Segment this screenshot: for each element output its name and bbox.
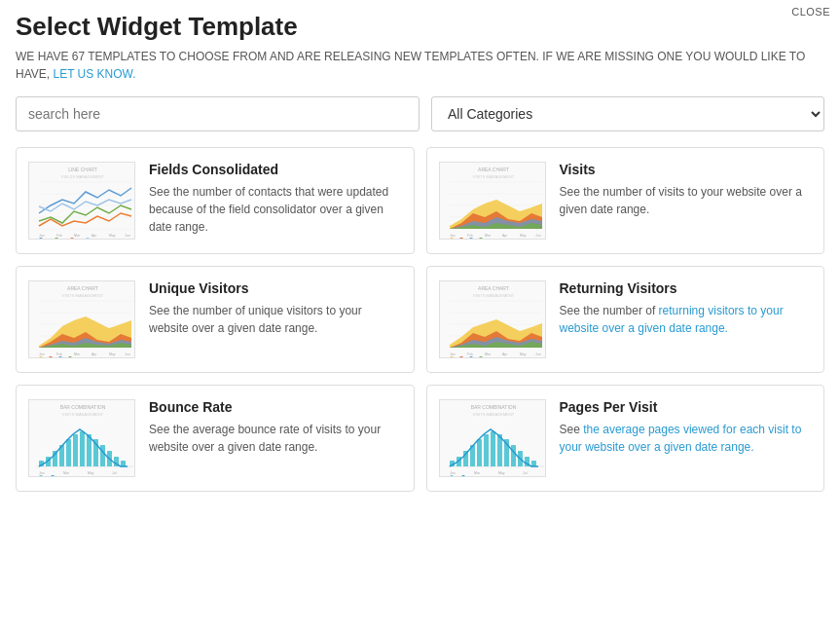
- widget-info-pages-per-visit: Pages Per VisitSee the average pages vie…: [560, 399, 813, 456]
- widget-card-pages-per-visit[interactable]: BAR COMBINATION VISITS MANAGEMENT Jan Ma…: [426, 385, 825, 492]
- svg-text:VISITS MANAGEMENT: VISITS MANAGEMENT: [62, 412, 104, 417]
- widget-info-fields-consolidated: Fields ConsolidatedSee the number of con…: [149, 162, 402, 236]
- widget-info-visits: VisitsSee the number of visits to your w…: [560, 162, 813, 218]
- svg-text:BAR COMBINATION: BAR COMBINATION: [60, 404, 106, 410]
- widget-desc-bounce-rate: See the average bounce rate of visits to…: [149, 421, 402, 456]
- svg-rect-94: [100, 445, 105, 466]
- svg-rect-97: [121, 461, 126, 466]
- svg-rect-91: [80, 431, 85, 466]
- svg-text:AREA CHART: AREA CHART: [67, 285, 98, 291]
- widget-info-unique-visitors: Unique VisitorsSee the number of unique …: [149, 280, 402, 337]
- widget-card-fields-consolidated[interactable]: LINE CHART FIELDS MANAGEMENT Jan Feb Mar…: [16, 147, 415, 254]
- svg-text:VISITS MANAGEMENT: VISITS MANAGEMENT: [472, 412, 514, 417]
- widget-thumbnail-bounce-rate: BAR COMBINATION VISITS MANAGEMENT Jan Ma…: [28, 399, 135, 477]
- svg-text:LINE CHART: LINE CHART: [68, 167, 97, 172]
- svg-text:Feb: Feb: [467, 234, 473, 238]
- svg-text:Mar: Mar: [485, 353, 492, 356]
- svg-text:Mar: Mar: [485, 234, 492, 238]
- svg-rect-117: [511, 445, 516, 466]
- widget-info-returning-visitors: Returning VisitorsSee the number of retu…: [560, 280, 813, 337]
- svg-rect-89: [66, 439, 71, 466]
- widget-thumbnail-returning-visitors: AREA CHART VISITS MANAGEMENT Jan Feb Mar…: [439, 280, 546, 358]
- widget-thumbnail-fields-consolidated: LINE CHART FIELDS MANAGEMENT Jan Feb Mar…: [28, 162, 135, 240]
- svg-text:Jul: Jul: [523, 471, 528, 475]
- svg-text:VISITS MANAGEMENT: VISITS MANAGEMENT: [472, 174, 514, 179]
- svg-text:Apr: Apr: [91, 353, 97, 356]
- svg-text:Jan: Jan: [450, 234, 456, 238]
- svg-text:Jan: Jan: [450, 353, 456, 356]
- widget-name-returning-visitors: Returning Visitors: [560, 280, 813, 296]
- widget-thumbnail-visits: AREA CHART VISITS MANAGEMENT Jan Feb Mar…: [439, 162, 546, 240]
- close-button[interactable]: CLOSE: [791, 6, 830, 18]
- svg-text:Jul: Jul: [112, 471, 117, 475]
- svg-text:Jun: Jun: [535, 353, 541, 356]
- widget-thumbnail-unique-visitors: AREA CHART VISITS MANAGEMENT Jan Feb Mar…: [28, 280, 135, 358]
- widget-card-visits[interactable]: AREA CHART VISITS MANAGEMENT Jan Feb Mar…: [426, 147, 825, 254]
- svg-text:Jan: Jan: [450, 471, 456, 475]
- svg-text:May: May: [88, 471, 94, 475]
- svg-text:Jun: Jun: [125, 234, 130, 238]
- widget-card-unique-visitors[interactable]: AREA CHART VISITS MANAGEMENT Jan Feb Mar…: [16, 266, 415, 373]
- svg-text:May: May: [520, 353, 527, 356]
- page-title: Select Widget Template: [16, 12, 824, 42]
- svg-text:May: May: [520, 234, 527, 238]
- svg-text:VISITS MANAGEMENT: VISITS MANAGEMENT: [472, 293, 514, 298]
- svg-text:Feb: Feb: [56, 234, 62, 238]
- pages-per-visit-link[interactable]: the average pages viewed for each visit …: [560, 423, 802, 454]
- svg-text:Mar: Mar: [63, 471, 70, 475]
- widgets-grid: LINE CHART FIELDS MANAGEMENT Jan Feb Mar…: [16, 147, 824, 492]
- widget-name-visits: Visits: [560, 162, 813, 177]
- widget-desc-unique-visitors: See the number of unique visitors to you…: [149, 302, 402, 337]
- svg-text:Apr: Apr: [502, 234, 508, 238]
- svg-text:AREA CHART: AREA CHART: [478, 285, 509, 291]
- let-us-know-link[interactable]: LET US KNOW.: [53, 67, 135, 81]
- widget-card-bounce-rate[interactable]: BAR COMBINATION VISITS MANAGEMENT Jan Ma…: [16, 385, 415, 492]
- svg-text:AREA CHART: AREA CHART: [478, 167, 509, 172]
- svg-text:Feb: Feb: [467, 353, 473, 356]
- svg-text:Jun: Jun: [535, 234, 541, 238]
- svg-text:Jan: Jan: [39, 471, 45, 475]
- category-select[interactable]: All Categories: [431, 96, 824, 131]
- svg-text:Jan: Jan: [39, 234, 45, 238]
- svg-text:FIELDS MANAGEMENT: FIELDS MANAGEMENT: [61, 174, 104, 179]
- search-input[interactable]: [16, 96, 420, 131]
- svg-text:Apr: Apr: [91, 234, 97, 238]
- svg-rect-90: [73, 434, 78, 466]
- svg-text:Mar: Mar: [474, 471, 481, 475]
- widget-name-pages-per-visit: Pages Per Visit: [560, 399, 813, 415]
- widget-name-unique-visitors: Unique Visitors: [149, 280, 402, 296]
- svg-text:Apr: Apr: [502, 353, 508, 356]
- svg-text:VISITS MANAGEMENT: VISITS MANAGEMENT: [62, 293, 104, 298]
- subtitle: WE HAVE 67 TEMPLATES TO CHOOSE FROM AND …: [16, 48, 824, 83]
- returning-visitors-link[interactable]: returning visitors to your website over …: [560, 304, 784, 335]
- svg-rect-120: [531, 461, 536, 466]
- controls-row: All Categories: [16, 96, 824, 131]
- widget-desc-pages-per-visit: See the average pages viewed for each vi…: [560, 421, 813, 456]
- widget-desc-returning-visitors: See the number of returning visitors to …: [560, 302, 813, 337]
- widget-info-bounce-rate: Bounce RateSee the average bounce rate o…: [149, 399, 402, 456]
- widget-name-bounce-rate: Bounce Rate: [149, 399, 402, 415]
- widget-desc-fields-consolidated: See the number of contacts that were upd…: [149, 183, 402, 236]
- svg-text:May: May: [498, 471, 505, 475]
- svg-text:Jan: Jan: [39, 353, 45, 356]
- svg-text:Jun: Jun: [125, 353, 130, 356]
- widget-name-fields-consolidated: Fields Consolidated: [149, 162, 402, 177]
- svg-text:BAR COMBINATION: BAR COMBINATION: [470, 404, 516, 410]
- svg-rect-112: [477, 439, 482, 466]
- svg-text:May: May: [109, 353, 116, 356]
- svg-text:Feb: Feb: [56, 353, 62, 356]
- svg-text:Mar: Mar: [74, 353, 81, 356]
- widget-thumbnail-pages-per-visit: BAR COMBINATION VISITS MANAGEMENT Jan Ma…: [439, 399, 546, 477]
- svg-rect-114: [491, 431, 495, 466]
- svg-text:Mar: Mar: [74, 234, 81, 238]
- svg-rect-113: [484, 434, 489, 466]
- widget-card-returning-visitors[interactable]: AREA CHART VISITS MANAGEMENT Jan Feb Mar…: [426, 266, 825, 373]
- svg-text:May: May: [109, 234, 116, 238]
- widget-desc-visits: See the number of visits to your website…: [560, 183, 813, 218]
